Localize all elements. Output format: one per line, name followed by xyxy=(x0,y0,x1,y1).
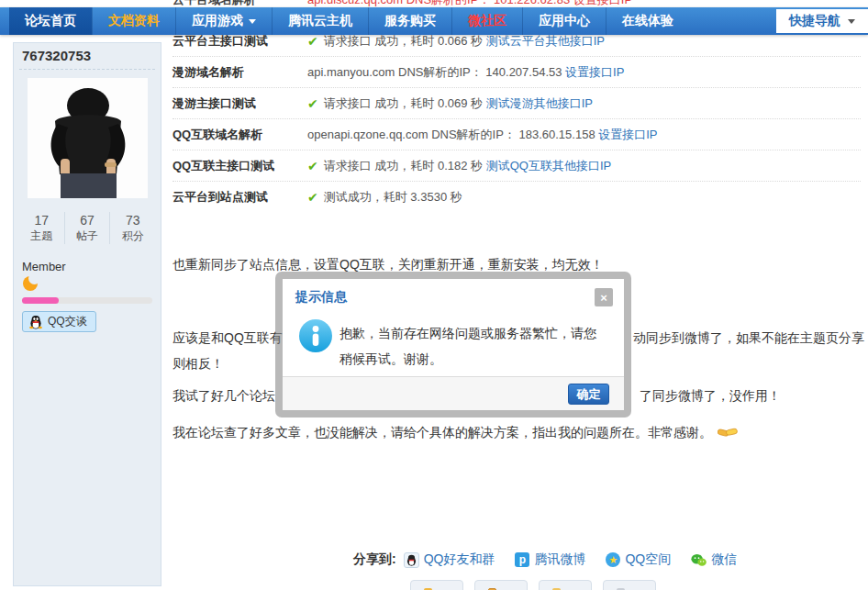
qq-penguin-icon xyxy=(404,552,419,568)
nav-docs[interactable]: 文档资料 xyxy=(92,7,175,35)
forum-page: 云平台域名解析 api.discuz.qq.com DNS解析的IP： 101.… xyxy=(0,0,868,590)
diagnostic-row-clipped: 云平台域名解析 api.discuz.qq.com DNS解析的IP： 101.… xyxy=(172,0,861,7)
alert-dialog: 提示信息 × 抱歉，当前存在网络问题或服务器繁忙，请您 xyxy=(275,272,631,417)
post-paragraph-fragment: 我试了好几个论坛 xyxy=(172,386,275,405)
success-check-icon: ✔ xyxy=(307,190,318,205)
table-row: 漫游域名解析 api.manyou.com DNS解析的IP： 140.207.… xyxy=(172,57,861,88)
dialog-message: 抱歉，当前存在网络问题或服务器繁忙，请您稍候再试。谢谢。 xyxy=(339,320,607,372)
test-other-ip-link[interactable]: 测试云平台其他接口IP xyxy=(486,33,605,50)
stat-credits[interactable]: 73 积分 xyxy=(109,212,155,244)
wechat-icon xyxy=(691,552,707,568)
cloud-diagnostics-table: 云平台主接口测试 ✔ 请求接口 成功，耗时 0.066 秒 测试云平台其他接口I… xyxy=(172,26,861,213)
share-bar: 分享到: QQ好友和群 p 腾讯微博 ★ QQ空间 xyxy=(353,551,757,568)
username: 767320753 xyxy=(22,48,91,63)
post-action-button[interactable] xyxy=(410,580,463,590)
post-paragraph-fragment: 动同步到微博了，如果不能在主题页分享， xyxy=(633,328,868,347)
share-wechat[interactable]: 微信 xyxy=(691,551,737,568)
level-progress-bar xyxy=(22,297,152,304)
qq-chat-button[interactable]: QQ交谈 xyxy=(22,311,96,332)
handshake-emoticon xyxy=(718,426,738,440)
nav-micro-community[interactable]: 微社区 xyxy=(451,7,522,35)
post-paragraph: 我在论坛查了好多文章，也没能解决，请给个具体的解决方案，指出我的问题所在。非常感… xyxy=(172,423,738,441)
qq-chat-label: QQ交谈 xyxy=(48,314,87,329)
qzone-icon: ★ xyxy=(606,552,620,567)
test-other-ip-link[interactable]: 测试漫游其他接口IP xyxy=(486,95,593,112)
info-icon xyxy=(298,318,333,353)
nav-app-games[interactable]: 应用游戏 xyxy=(175,7,272,35)
nav-online-demo[interactable]: 在线体验 xyxy=(606,7,689,35)
nav-forum-home[interactable]: 论坛首页 xyxy=(9,7,92,35)
post-paragraph: 也重新同步了站点信息，设置QQ互联，关闭重新开通，重新安装，均无效！ xyxy=(172,255,604,273)
success-check-icon: ✔ xyxy=(307,159,318,173)
set-interface-ip-link[interactable]: 设置接口IP xyxy=(565,64,624,81)
chevron-down-icon xyxy=(848,19,855,24)
share-tencent-weibo[interactable]: p 腾讯微博 xyxy=(515,551,585,568)
author-sidebar: 767320753 17 主题 67 帖子 xyxy=(13,42,161,586)
stat-threads[interactable]: 17 主题 xyxy=(19,212,64,244)
stat-posts[interactable]: 67 帖子 xyxy=(64,212,110,244)
post-action-button[interactable] xyxy=(474,580,528,590)
quick-nav-button[interactable]: 快捷导航 xyxy=(776,9,868,33)
share-label: 分享到: xyxy=(353,551,396,568)
dialog-title: 提示信息 xyxy=(295,289,347,306)
post-paragraph-fragment: 应该是和QQ互联有 xyxy=(172,328,283,347)
share-qzone[interactable]: ★ QQ空间 xyxy=(606,551,671,568)
user-group-label: Member xyxy=(22,260,66,273)
table-row: 云平台到站点测试 ✔ 测试成功，耗时 3.3530 秒 xyxy=(172,182,861,213)
avatar[interactable] xyxy=(28,78,148,198)
user-stats: 17 主题 67 帖子 73 积分 xyxy=(19,212,155,244)
chevron-down-icon xyxy=(249,19,256,24)
ok-button[interactable]: 确定 xyxy=(568,384,609,405)
success-check-icon: ✔ xyxy=(307,34,318,49)
post-action-button[interactable] xyxy=(603,580,656,590)
set-interface-ip-link[interactable]: 设置接口IP xyxy=(598,127,657,143)
post-action-button[interactable] xyxy=(539,580,592,590)
nav-app-center[interactable]: 应用中心 xyxy=(522,7,606,35)
close-icon[interactable]: × xyxy=(595,288,613,306)
post-paragraph-fragment: 了同步微博了，没作用！ xyxy=(640,386,781,405)
moon-level-icon xyxy=(23,276,38,291)
table-row: QQ互联域名解析 openapi.qzone.qq.com DNS解析的IP： … xyxy=(172,119,861,150)
divider xyxy=(19,69,155,70)
nav-tencent-cloud-host[interactable]: 腾讯云主机 xyxy=(272,7,368,35)
dialog-footer: 确定 xyxy=(283,376,624,410)
table-row: QQ互联主接口测试 ✔ 请求接口 成功，耗时 0.182 秒 测试QQ互联其他接… xyxy=(172,150,861,182)
qq-penguin-icon xyxy=(28,314,43,329)
tencent-weibo-icon: p xyxy=(515,552,529,567)
test-other-ip-link[interactable]: 测试QQ互联其他接口IP xyxy=(486,158,612,174)
nav-purchase[interactable]: 服务购买 xyxy=(368,7,451,35)
success-check-icon: ✔ xyxy=(307,96,318,111)
table-row: 漫游主接口测试 ✔ 请求接口 成功，耗时 0.069 秒 测试漫游其他接口IP xyxy=(172,88,861,119)
main-navbar: 论坛首页 文档资料 应用游戏 腾讯云主机 服务购买 微社区 应用中心 在线体验 … xyxy=(0,7,868,35)
post-paragraph-fragment: 则相反！ xyxy=(172,354,224,373)
share-qq-friends[interactable]: QQ好友和群 xyxy=(404,551,495,568)
